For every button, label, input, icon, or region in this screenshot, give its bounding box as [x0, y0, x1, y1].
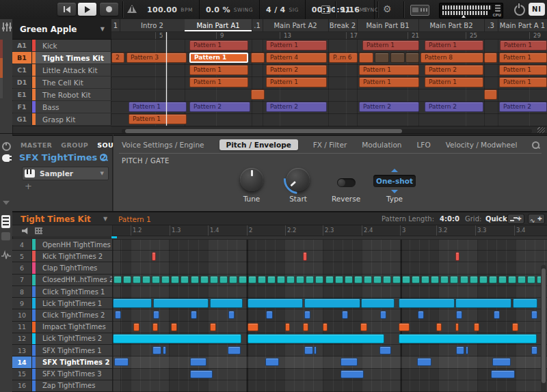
pattern-note[interactable] [115, 311, 121, 319]
track-number[interactable]: 4 [12, 239, 32, 250]
pattern-note[interactable] [277, 276, 285, 283]
arranger-clip[interactable]: Pattern 1 [266, 40, 327, 51]
restart-button[interactable] [57, 3, 76, 16]
pattern-note[interactable] [303, 252, 307, 261]
arranger-clip[interactable]: Pattern 2 [359, 102, 419, 112]
pattern-note[interactable] [455, 252, 459, 261]
step-detach-icon[interactable]: ✚ [507, 214, 524, 224]
arranger-clip[interactable]: Pattern 2 [425, 65, 483, 75]
track-number[interactable]: 8 [12, 286, 32, 297]
pattern-note[interactable] [229, 276, 237, 283]
pattern-note[interactable] [361, 298, 395, 308]
arranger-clip[interactable]: Pattern 1 [189, 40, 248, 51]
arranger-clip[interactable] [405, 53, 419, 63]
step-grid-icon[interactable] [35, 227, 42, 234]
pattern-note[interactable] [531, 311, 537, 319]
control-view-icon[interactable] [2, 142, 11, 151]
track-name[interactable]: Click TightTimes 1 [36, 286, 113, 297]
pattern-note[interactable] [455, 298, 511, 308]
pattern-note[interactable] [133, 323, 139, 331]
pattern-note[interactable] [323, 323, 328, 331]
record-button[interactable] [100, 3, 118, 16]
pattern-note[interactable] [399, 298, 455, 308]
track-name[interactable]: Lick TightTimes 1 [36, 298, 113, 309]
track-name[interactable]: Click TightTimes 2 [36, 309, 113, 320]
pattern-note[interactable] [191, 276, 199, 283]
transport-metric[interactable]: 4 / 4SIG [260, 0, 306, 19]
arranger-clip[interactable]: Pattern 2 [266, 102, 327, 112]
pattern-note[interactable] [142, 276, 150, 283]
pattern-note[interactable] [304, 298, 360, 308]
sound-name[interactable]: SFX TightTimes 2 [19, 152, 107, 163]
track-number[interactable]: 14 [12, 356, 32, 367]
pattern-note[interactable] [418, 311, 424, 319]
pattern-note[interactable] [191, 311, 197, 319]
group-name[interactable]: The Robot Kit [36, 89, 111, 100]
arranger-clip[interactable]: Pattern 1 [359, 77, 419, 87]
pattern-note[interactable] [239, 276, 247, 283]
sound-search-icon[interactable] [100, 154, 108, 162]
track-name[interactable]: Lick TightTimes 2 [36, 333, 113, 344]
controller-icon[interactable] [410, 5, 429, 16]
pattern-note[interactable] [248, 334, 384, 344]
pattern-note[interactable] [248, 298, 303, 308]
speaker-icon[interactable] [22, 227, 29, 234]
pattern-note[interactable] [354, 276, 362, 283]
arranger-clip[interactable]: Pattern 1 [499, 65, 547, 75]
grid-value[interactable]: Quick [485, 215, 507, 223]
pattern-note[interactable] [466, 346, 468, 354]
pattern-note[interactable] [114, 358, 129, 366]
pattern-name[interactable]: Pattern 1 [118, 215, 151, 223]
pattern-note[interactable] [266, 311, 273, 319]
pattern-note[interactable] [335, 276, 343, 283]
pattern-note[interactable] [163, 346, 166, 354]
track-name[interactable]: Kick TightTimes 2 [36, 251, 113, 262]
pattern-note[interactable] [479, 276, 488, 283]
track-name[interactable]: ClosedHH..htTimes 2 [36, 275, 113, 285]
scene-tab[interactable]: Main Part B1 [357, 19, 419, 31]
pattern-note[interactable] [285, 323, 290, 331]
pattern-note[interactable] [531, 346, 537, 354]
metronome-icon[interactable] [127, 5, 137, 13]
arranger-clip[interactable] [375, 53, 389, 63]
follow-icon[interactable] [321, 5, 330, 14]
pattern-note[interactable] [456, 311, 462, 319]
start-knob[interactable] [286, 168, 310, 191]
pattern-note[interactable] [286, 276, 295, 283]
pattern-note[interactable] [210, 298, 243, 308]
sync-control[interactable]: 1/16 SYNC [341, 0, 378, 19]
plugin-tab[interactable]: LFO [417, 141, 431, 149]
pattern-note[interactable] [383, 276, 391, 283]
collapse-arrow-icon[interactable] [3, 201, 10, 205]
plugin-tab[interactable]: Voice Settings / Engine [122, 141, 204, 149]
pattern-note[interactable] [296, 276, 304, 283]
arranger-timeline-ruler[interactable]: 591317212529 [111, 32, 547, 40]
pattern-list-icon[interactable] [1, 215, 10, 228]
arranger-clip[interactable]: Pattern 1 [189, 77, 248, 87]
pattern-note[interactable] [304, 346, 313, 354]
group-slot-id[interactable]: F1 [12, 101, 32, 113]
arranger-clip[interactable]: P..rn 6 [329, 53, 358, 63]
transport-metric[interactable]: 0.0 %SWING [200, 0, 260, 19]
pattern-note[interactable] [325, 276, 334, 283]
group-name[interactable]: Bass [36, 101, 111, 113]
play-button[interactable] [78, 3, 96, 16]
arranger-clip[interactable]: Pattern 1 [499, 77, 547, 87]
plugin-slot[interactable]: Sampler ▼ [22, 167, 109, 180]
add-plugin-button[interactable]: + [25, 181, 32, 191]
scene-tab[interactable]: .3 [484, 19, 498, 31]
arranger-clip[interactable]: Pattern 8 [421, 53, 483, 63]
group-name[interactable]: Kick [36, 40, 111, 51]
track-number[interactable]: 16 [12, 380, 32, 391]
arranger-clip[interactable] [484, 53, 497, 63]
track-number[interactable]: 5 [12, 251, 32, 262]
group-slot-id[interactable]: B1 [12, 52, 32, 64]
arranger-clip[interactable]: Pattern 3 [126, 53, 187, 63]
track-number[interactable]: 9 [12, 298, 32, 309]
group-name[interactable]: Grasp Kit [36, 113, 111, 125]
group-slot-id[interactable]: G1 [12, 113, 32, 125]
pattern-note[interactable] [508, 276, 516, 283]
plugin-tab[interactable]: Velocity / Modwheel [446, 141, 518, 149]
pattern-note[interactable] [421, 276, 429, 283]
track-name[interactable]: OpenHH TightTimes [36, 239, 113, 250]
